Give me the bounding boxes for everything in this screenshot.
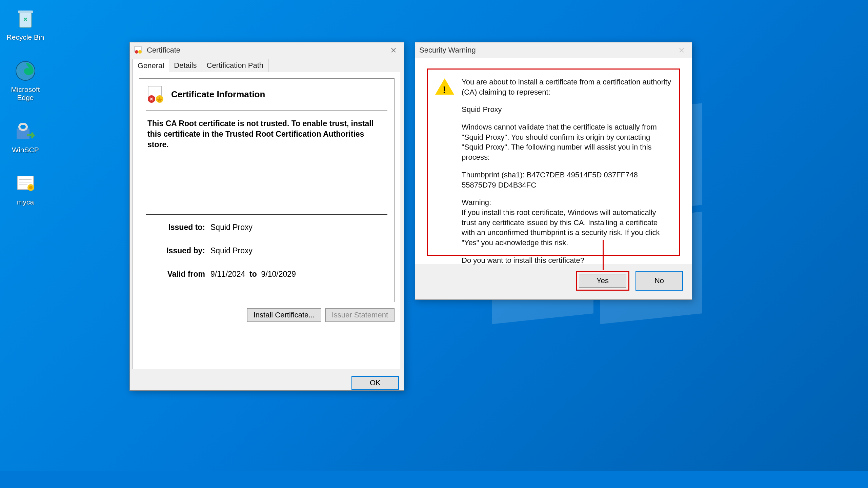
certificate-window: Certificate General Details Certificatio… xyxy=(129,42,404,391)
certificate-file-icon xyxy=(13,171,38,196)
issued-to-label: Issued to: xyxy=(146,223,210,232)
install-certificate-button[interactable]: Install Certificate... xyxy=(247,308,321,322)
valid-from-value: 9/11/2024 to 9/10/2029 xyxy=(210,270,296,279)
yes-button[interactable]: Yes xyxy=(579,274,626,288)
svg-point-11 xyxy=(29,186,33,189)
close-icon xyxy=(391,47,396,53)
sec-msg-validate: Windows cannot validate that the certifi… xyxy=(462,122,672,162)
svg-rect-1 xyxy=(18,11,33,13)
edge-icon xyxy=(13,58,38,83)
sec-msg-thumbprint: Thumbprint (sha1): B47C7DEB 49514F5D 037… xyxy=(462,170,672,190)
valid-to-date: 9/10/2029 xyxy=(261,270,296,278)
security-warning-highlight-frame: You are about to install a certificate f… xyxy=(427,69,680,256)
desktop-icon-winscp[interactable]: WinSCP xyxy=(3,119,47,154)
security-warning-title: Security Warning xyxy=(419,46,476,55)
certificate-close-button[interactable] xyxy=(383,42,404,58)
desktop-icon-recycle-bin[interactable]: Recycle Bin xyxy=(3,6,47,41)
security-warning-close-button xyxy=(671,42,692,58)
sec-msg-warning: Warning: If you install this root certif… xyxy=(462,197,672,248)
certificate-large-icon: ✕ xyxy=(146,85,165,104)
svg-rect-5 xyxy=(19,124,27,130)
certificate-title: Certificate xyxy=(147,46,180,55)
close-icon xyxy=(679,47,684,53)
issued-by-label: Issued by: xyxy=(146,246,210,255)
certificate-info-heading: Certificate Information xyxy=(171,89,265,100)
certificate-trust-message: This CA Root certificate is not trusted.… xyxy=(146,111,387,150)
security-warning-window: Security Warning You are about to instal… xyxy=(415,42,692,300)
desktop-icon-label: myca xyxy=(3,198,47,206)
tab-details[interactable]: Details xyxy=(169,59,202,72)
svg-point-13 xyxy=(135,50,138,54)
certificate-tabs: General Details Certification Path xyxy=(133,59,401,72)
svg-text:✕: ✕ xyxy=(149,96,154,102)
desktop-icon-label: Microsoft Edge xyxy=(3,85,47,102)
desktop-icon-edge[interactable]: Microsoft Edge xyxy=(3,58,47,102)
sec-msg-question: Do you want to install this certificate? xyxy=(462,255,672,266)
no-button[interactable]: No xyxy=(635,271,683,291)
issued-by-value: Squid Proxy xyxy=(210,246,253,255)
warning-triangle-icon xyxy=(435,78,454,95)
sec-msg-warning-label: Warning: xyxy=(462,198,491,207)
valid-from-label: Valid from xyxy=(146,270,210,279)
issuer-statement-button: Issuer Statement xyxy=(325,308,395,322)
sec-msg-intro: You are about to install a certificate f… xyxy=(462,77,672,97)
security-warning-body: You are about to install a certificate f… xyxy=(415,58,692,265)
tab-certification-path[interactable]: Certification Path xyxy=(202,59,269,72)
security-warning-titlebar[interactable]: Security Warning xyxy=(415,42,692,58)
desktop-icon-label: WinSCP xyxy=(3,146,47,154)
desktop-icon-label: Recycle Bin xyxy=(3,33,47,41)
tab-general-body: ✕ Certificate Information This CA Root c… xyxy=(133,72,401,369)
sec-msg-warning-text: If you install this root certificate, Wi… xyxy=(462,208,660,247)
certificate-ok-button[interactable]: OK xyxy=(351,376,399,390)
sec-msg-subject: Squid Proxy xyxy=(462,104,672,115)
valid-to-label: to xyxy=(249,270,257,278)
security-warning-footer: Yes No xyxy=(415,265,692,297)
issued-to-value: Squid Proxy xyxy=(210,223,253,232)
certificate-info-frame: ✕ Certificate Information This CA Root c… xyxy=(139,78,395,302)
desktop[interactable]: Recycle Bin Microsoft Edge WinSCP myca xyxy=(0,0,868,471)
svg-point-14 xyxy=(138,50,142,54)
certificate-title-icon xyxy=(134,45,143,55)
winscp-icon xyxy=(13,119,38,144)
valid-from-date: 9/11/2024 xyxy=(210,270,245,278)
yes-button-highlight: Yes xyxy=(576,271,629,291)
tab-general[interactable]: General xyxy=(133,59,169,72)
certificate-titlebar[interactable]: Certificate xyxy=(130,42,404,58)
recycle-bin-icon xyxy=(13,6,38,31)
desktop-icon-myca[interactable]: myca xyxy=(3,171,47,206)
